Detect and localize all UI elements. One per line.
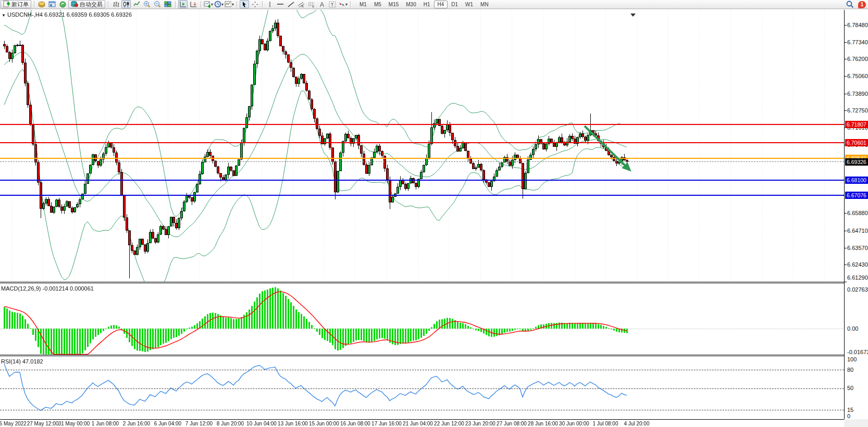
tick-mark	[845, 282, 847, 282]
separator	[262, 1, 263, 8]
price-tick-label: 6.75060	[847, 73, 868, 79]
rsi-label: RSI(14) 47.0182	[1, 358, 43, 365]
tick-mark	[845, 94, 847, 94]
price-axis[interactable]: 6.784806.773406.762006.750606.738906.727…	[844, 10, 868, 419]
horizontal-line-object[interactable]	[0, 158, 844, 159]
horizontal-line-tool-icon[interactable]	[276, 0, 285, 8]
symbol-label: ▼ USDCNH-,H4 6.69321 6.69359 6.69305 6.6…	[2, 11, 132, 18]
tile-windows-icon[interactable]	[163, 0, 172, 8]
price-badge: 6.69326	[845, 158, 868, 166]
timeframe-button-h1[interactable]: H1	[420, 1, 434, 8]
price-tick-label: 6.73890	[847, 91, 868, 97]
panel-splitter[interactable]	[0, 282, 844, 283]
fibonacci-tool-icon[interactable]: F	[307, 0, 316, 8]
time-label: 16 Jun 08:00	[340, 421, 370, 426]
time-axis[interactable]: 26 May 202227 May 12:0031 May 00:001 Jun…	[0, 419, 844, 427]
price-tick-label: 6.72750	[847, 107, 868, 114]
separator	[34, 1, 34, 8]
market-watch-icon[interactable]	[37, 0, 46, 8]
macd-panel[interactable]: MACD(12,26,9) -0.001214 0.000061	[0, 284, 844, 355]
text-label-tool-icon[interactable]: T	[328, 0, 337, 8]
trend-arrow[interactable]	[573, 115, 646, 182]
macd-canvas[interactable]	[0, 284, 844, 355]
periods-icon[interactable]: ▾	[214, 0, 224, 8]
horizontal-line-object[interactable]	[0, 180, 844, 181]
time-label: 21 Jun 04:00	[403, 421, 433, 426]
horizontal-line-object[interactable]	[0, 142, 844, 143]
crosshair-icon[interactable]	[250, 0, 259, 8]
search-icon[interactable]	[845, 1, 854, 9]
template-icon[interactable]: ▾	[225, 0, 234, 8]
tick-mark	[845, 248, 847, 248]
time-label: 7 Jun 12:00	[185, 421, 213, 426]
timeframe-button-w1[interactable]: W1	[462, 1, 477, 8]
price-badge: 6.71807	[845, 121, 868, 128]
time-label: 23 Jun 20:00	[465, 421, 495, 426]
line-chart-mode-icon[interactable]	[132, 0, 141, 8]
rsi-name: RSI(14)	[1, 358, 21, 365]
price-tick-label: 6.63570	[847, 245, 868, 251]
timeframe-button-mn[interactable]: MN	[477, 1, 492, 8]
dropdown-caret-icon: ▾	[232, 2, 234, 7]
time-label: 6 Jun 04:00	[154, 421, 181, 426]
timeframe-button-d1[interactable]: D1	[448, 1, 462, 8]
cursor-icon[interactable]	[240, 0, 249, 8]
panel-splitter[interactable]	[0, 355, 844, 356]
navigator-icon[interactable]	[58, 0, 67, 8]
tick-mark	[845, 110, 847, 111]
notification-badge[interactable]: 1	[858, 1, 866, 8]
auto-trading-label: 自动交易	[80, 1, 103, 8]
main-chart-panel[interactable]: ▼ USDCNH-,H4 6.69321 6.69359 6.69305 6.6…	[0, 10, 844, 282]
bid-price-line[interactable]	[0, 161, 844, 162]
rsi-axis-label: 0	[847, 413, 850, 419]
separator	[237, 1, 237, 8]
time-label: 26 May 2022	[0, 421, 27, 426]
vertical-line-tool-icon[interactable]	[265, 0, 275, 8]
price-tick-label: 6.65880	[847, 210, 868, 216]
arrows-tool-icon[interactable]: ▾	[338, 0, 348, 8]
new-order-button[interactable]: 新订单	[1, 0, 31, 8]
zoom-in-icon[interactable]	[142, 0, 152, 8]
auto-trading-icon	[71, 1, 78, 8]
add-indicator-icon[interactable]: ▾	[204, 0, 213, 8]
trendline-tool-icon[interactable]	[286, 0, 295, 8]
macd-axis-label: 0.027633	[847, 286, 868, 293]
time-label: 27 Jun 08:00	[497, 421, 527, 426]
timeframe-button-m15[interactable]: M15	[385, 1, 402, 8]
data-window-icon[interactable]	[47, 0, 57, 8]
candle-chart-mode-icon[interactable]	[121, 0, 131, 8]
bar-chart-mode-icon[interactable]	[111, 0, 120, 8]
auto-trading-button[interactable]: 自动交易	[68, 0, 105, 8]
timeframe-button-m30[interactable]: M30	[402, 1, 419, 8]
price-tick-label: 6.76200	[847, 56, 868, 62]
time-label: 1 Jun 08:00	[92, 421, 119, 426]
horizontal-line-object[interactable]	[0, 195, 844, 196]
chart-shift-icon[interactable]	[178, 0, 188, 8]
time-label: 13 Jun 16:00	[278, 421, 308, 426]
text-tool-icon[interactable]: A	[317, 0, 327, 8]
timeframe-button-m5[interactable]: M5	[370, 1, 385, 8]
auto-scroll-icon[interactable]	[189, 0, 198, 8]
horizontal-line-object[interactable]	[0, 124, 844, 125]
main-chart-canvas[interactable]	[0, 10, 844, 282]
zoom-out-icon[interactable]	[153, 0, 162, 8]
chart-shift-marker[interactable]	[630, 14, 636, 17]
price-tick-label: 6.64710	[847, 228, 868, 234]
equidistant-channel-tool-icon[interactable]: E	[296, 0, 306, 8]
tick-mark	[845, 265, 847, 265]
dropdown-caret-icon: ▾	[211, 2, 213, 7]
price-badge: 6.68100	[845, 177, 868, 184]
macd-axis-label: 0.00	[847, 325, 858, 332]
collapse-arrow-icon[interactable]: ▼	[2, 13, 6, 18]
timeframe-button-h4[interactable]: H4	[434, 1, 448, 8]
separator	[108, 1, 108, 8]
time-label: 22 Jun 12:00	[434, 421, 464, 426]
macd-values: -0.001214 0.000061	[42, 285, 93, 292]
macd-name: MACD(12,26,9)	[1, 285, 41, 292]
tick-mark	[845, 59, 847, 59]
time-label: 17 Jun 16:00	[371, 421, 402, 426]
timeframe-button-m1[interactable]: M1	[356, 1, 370, 8]
price-tick-label: 6.78480	[847, 22, 868, 28]
price-tick-label: 6.62430	[847, 261, 868, 268]
rsi-panel[interactable]: RSI(14) 47.0182	[0, 357, 844, 419]
